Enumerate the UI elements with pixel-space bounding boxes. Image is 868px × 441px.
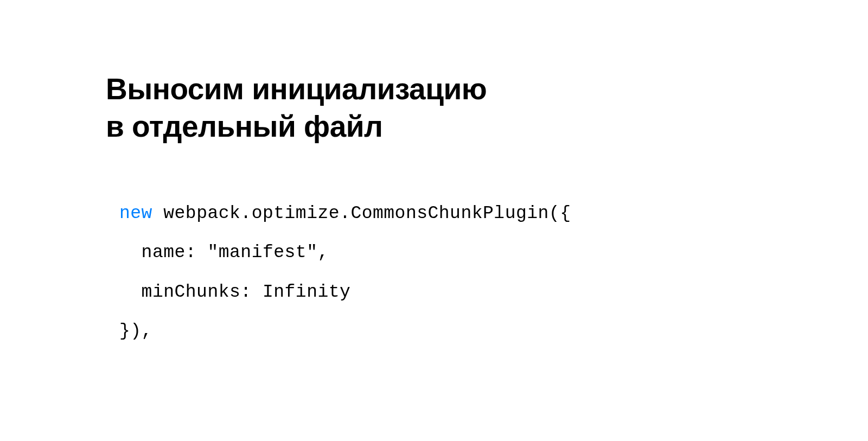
slide-title: Выносим инициализацию в отдельный файл xyxy=(106,71,868,145)
title-line-2: в отдельный файл xyxy=(106,110,383,143)
code-line-2: name: "manifest", xyxy=(119,242,329,263)
slide-container: Выносим инициализацию в отдельный файл n… xyxy=(0,0,868,441)
code-keyword: new xyxy=(119,203,152,223)
code-block: new webpack.optimize.CommonsChunkPlugin(… xyxy=(106,194,868,351)
code-line-4: }), xyxy=(119,321,152,341)
code-line-1-rest: webpack.optimize.CommonsChunkPlugin({ xyxy=(152,203,571,223)
title-line-1: Выносим инициализацию xyxy=(106,72,487,106)
code-line-3: minChunks: Infinity xyxy=(119,282,350,302)
